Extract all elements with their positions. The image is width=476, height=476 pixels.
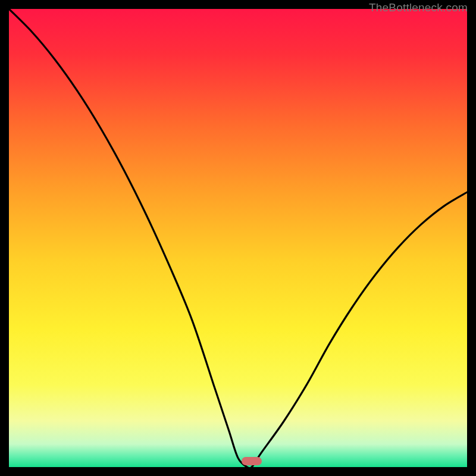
optimal-marker <box>242 457 262 465</box>
bottleneck-curve-path <box>9 9 467 467</box>
bottleneck-curve <box>9 9 467 467</box>
plot-area <box>9 9 467 467</box>
watermark-text: TheBottleneck.com <box>369 1 468 14</box>
chart-frame: TheBottleneck.com <box>0 0 476 476</box>
